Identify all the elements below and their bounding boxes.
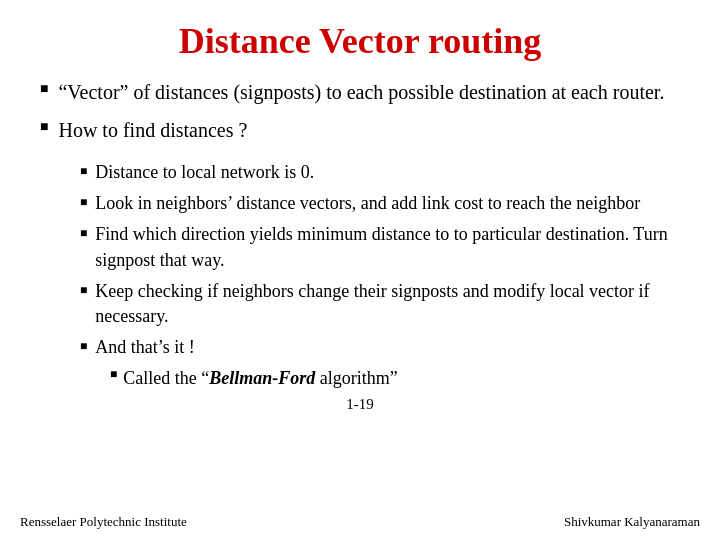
sub-bullets-list: ■ Distance to local network is 0. ■ Look… [80,160,680,392]
footer-right: Shivkumar Kalyanaraman [564,514,700,530]
sub-bullet-icon-5: ■ [80,338,87,355]
sub-sub-bullet-icon-1: ■ [110,366,117,383]
sub-sub-bullet-text: Called the “Bellman-Ford algorithm” [123,366,397,391]
footer-left: Rensselaer Polytechnic Institute [20,514,187,530]
sub-bullet-5-text: And that’s it ! [95,335,195,360]
page-number: 1-19 [40,396,680,413]
main-bullet-1-text: “Vector” of distances (signposts) to eac… [58,78,664,106]
sub-bullet-1-text: Distance to local network is 0. [95,160,314,185]
sub-sub-prefix: Called the “ [123,368,209,388]
sub-bullet-icon-1: ■ [80,163,87,180]
bullet-icon-2: ■ [40,119,48,135]
sub-sub-bullet-1: ■ Called the “Bellman-Ford algorithm” [110,366,680,391]
sub-sub-bullets: ■ Called the “Bellman-Ford algorithm” [110,366,680,391]
footer: Rensselaer Polytechnic Institute Shivkum… [0,514,720,530]
main-bullet-2: ■ How to find distances ? [40,116,680,144]
slide-title: Distance Vector routing [40,20,680,62]
sub-bullet-icon-2: ■ [80,194,87,211]
sub-bullet-4: ■ Keep checking if neighbors change thei… [80,279,680,329]
sub-bullet-2-text: Look in neighbors’ distance vectors, and… [95,191,640,216]
sub-bullet-3-text: Find which direction yields minimum dist… [95,222,680,272]
sub-bullet-2: ■ Look in neighbors’ distance vectors, a… [80,191,680,216]
sub-sub-suffix: algorithm” [315,368,397,388]
sub-bullet-5: ■ And that’s it ! [80,335,680,360]
main-bullets-list: ■ “Vector” of distances (signposts) to e… [40,78,680,154]
bullet-icon-1: ■ [40,81,48,97]
sub-bullet-1: ■ Distance to local network is 0. [80,160,680,185]
sub-bullet-icon-4: ■ [80,282,87,299]
main-bullet-1: ■ “Vector” of distances (signposts) to e… [40,78,680,106]
sub-sub-italic: Bellman-Ford [209,368,315,388]
slide: Distance Vector routing ■ “Vector” of di… [0,0,720,540]
sub-bullet-4-text: Keep checking if neighbors change their … [95,279,680,329]
sub-bullet-3: ■ Find which direction yields minimum di… [80,222,680,272]
sub-bullet-icon-3: ■ [80,225,87,242]
main-bullet-2-text: How to find distances ? [58,116,247,144]
